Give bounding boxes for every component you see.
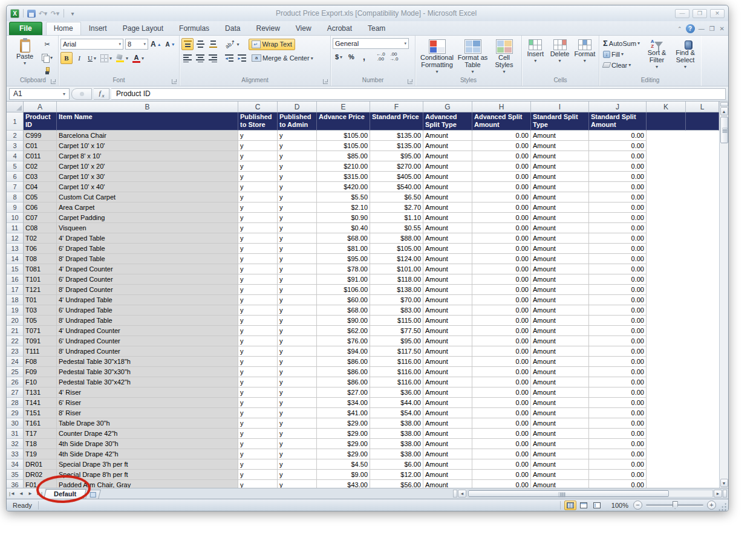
cell[interactable]: Pedestal Table 30"x42"h (57, 377, 238, 387)
cell[interactable]: 0.00 (589, 131, 647, 141)
cell[interactable]: C02 (24, 161, 57, 172)
cell-empty[interactable] (686, 387, 719, 398)
cell[interactable]: 4' Undraped Table (57, 295, 238, 305)
scroll-down-icon[interactable]: ▼ (720, 479, 728, 487)
cell-empty[interactable] (647, 172, 686, 182)
wrap-text-button[interactable]: ↵Wrap Text (247, 38, 297, 50)
view-normal-button[interactable] (564, 501, 576, 510)
column-header-A[interactable]: A (24, 102, 57, 112)
cell[interactable]: 0.00 (472, 172, 531, 182)
cell[interactable]: y (278, 203, 317, 213)
header-cell[interactable]: Standard Split Amount (589, 112, 647, 131)
cell[interactable]: y (238, 408, 278, 418)
cell[interactable]: $62.00 (317, 326, 370, 336)
row-header-5[interactable]: 5 (7, 161, 24, 172)
row-header-13[interactable]: 13 (7, 244, 24, 254)
row-header-33[interactable]: 33 (7, 449, 24, 459)
cell[interactable]: C04 (24, 182, 57, 192)
cell[interactable]: Carpet Padding (57, 213, 238, 223)
cell[interactable]: 0.00 (589, 285, 647, 295)
cell[interactable]: $68.00 (317, 305, 370, 316)
cell[interactable]: F08 (24, 357, 57, 367)
cell[interactable]: y (278, 161, 317, 172)
cell[interactable]: 0.00 (472, 459, 531, 470)
cell[interactable]: $56.00 (370, 480, 423, 488)
zoom-level[interactable]: 100% (607, 502, 633, 509)
cell[interactable]: 0.00 (589, 151, 647, 161)
row-header-1[interactable]: 1 (7, 112, 24, 131)
cell[interactable]: $270.00 (370, 161, 423, 172)
cell[interactable]: T17 (24, 429, 57, 439)
cell[interactable]: Amount (423, 429, 472, 439)
cell-styles-button[interactable]: Cell Styles▾ (490, 37, 519, 77)
cell[interactable]: $124.00 (370, 254, 423, 264)
cell[interactable]: 0.00 (589, 429, 647, 439)
cell[interactable]: 0.00 (472, 429, 531, 439)
cell-empty[interactable] (647, 357, 686, 367)
resize-grip-icon[interactable] (718, 502, 726, 511)
column-header-H[interactable]: H (472, 102, 531, 112)
cell[interactable]: $135.00 (370, 131, 423, 141)
cell[interactable]: Amount (423, 346, 472, 357)
cell[interactable]: $138.00 (370, 285, 423, 295)
cell-empty[interactable] (686, 398, 719, 408)
cell[interactable]: 0.00 (472, 357, 531, 367)
cell[interactable]: Area Carpet (57, 203, 238, 213)
cell[interactable]: 0.00 (589, 398, 647, 408)
cell[interactable]: Amount (423, 254, 472, 264)
row-header-16[interactable]: 16 (7, 274, 24, 285)
cell[interactable]: 0.00 (589, 172, 647, 182)
copy-button[interactable]: ▾ (40, 51, 54, 63)
cell[interactable]: 6' Draped Table (57, 244, 238, 254)
cell[interactable]: 0.00 (472, 161, 531, 172)
column-header-L[interactable]: L (686, 102, 719, 112)
align-right-button[interactable] (207, 52, 219, 64)
cell[interactable]: Special Drape 8'h per ft (57, 470, 238, 480)
cell[interactable]: $70.00 (370, 295, 423, 305)
cell-empty[interactable] (647, 112, 686, 131)
header-cell[interactable]: Standard Split Type (531, 112, 589, 131)
cell-empty[interactable] (647, 213, 686, 223)
cell[interactable]: Amount (423, 161, 472, 172)
vertical-split-handle[interactable] (720, 102, 728, 106)
row-header-15[interactable]: 15 (7, 264, 24, 274)
column-header-F[interactable]: F (370, 102, 423, 112)
cell[interactable]: $60.00 (317, 295, 370, 305)
cut-button[interactable]: ✂ (40, 38, 54, 50)
cell[interactable]: y (278, 377, 317, 387)
font-size-select[interactable]: 8▾ (125, 39, 148, 50)
cell[interactable]: 0.00 (589, 439, 647, 449)
cell-empty[interactable] (686, 223, 719, 233)
cell[interactable]: $43.00 (317, 480, 370, 488)
cell[interactable]: Amount (531, 192, 589, 203)
cell-empty[interactable] (647, 367, 686, 377)
zoom-slider[interactable] (646, 504, 703, 506)
cell[interactable]: y (278, 367, 317, 377)
cell[interactable]: y (278, 213, 317, 223)
cell[interactable]: y (238, 357, 278, 367)
tab-view[interactable]: View (288, 22, 319, 35)
cell[interactable]: y (238, 192, 278, 203)
cell[interactable]: $38.00 (370, 449, 423, 459)
percent-format-button[interactable]: % (345, 51, 357, 63)
cell[interactable]: $105.00 (370, 244, 423, 254)
cell[interactable]: Amount (531, 295, 589, 305)
cell[interactable]: y (238, 480, 278, 488)
cell[interactable]: $116.00 (370, 367, 423, 377)
cell-empty[interactable] (686, 346, 719, 357)
cell[interactable]: 6' Undraped Counter (57, 336, 238, 346)
cell[interactable]: 0.00 (589, 418, 647, 429)
tab-team[interactable]: Team (360, 22, 393, 35)
cell[interactable]: $4.50 (317, 459, 370, 470)
cell[interactable]: Amount (531, 408, 589, 418)
cell-empty[interactable] (647, 305, 686, 316)
cell-empty[interactable] (647, 480, 686, 488)
cell[interactable]: $94.00 (317, 346, 370, 357)
cell[interactable]: y (238, 336, 278, 346)
cell[interactable]: C08 (24, 223, 57, 233)
column-header-D[interactable]: D (278, 102, 317, 112)
cell[interactable]: $12.00 (370, 470, 423, 480)
cell[interactable]: y (278, 131, 317, 141)
header-cell[interactable]: Product ID (24, 112, 57, 131)
cell[interactable]: Amount (423, 305, 472, 316)
